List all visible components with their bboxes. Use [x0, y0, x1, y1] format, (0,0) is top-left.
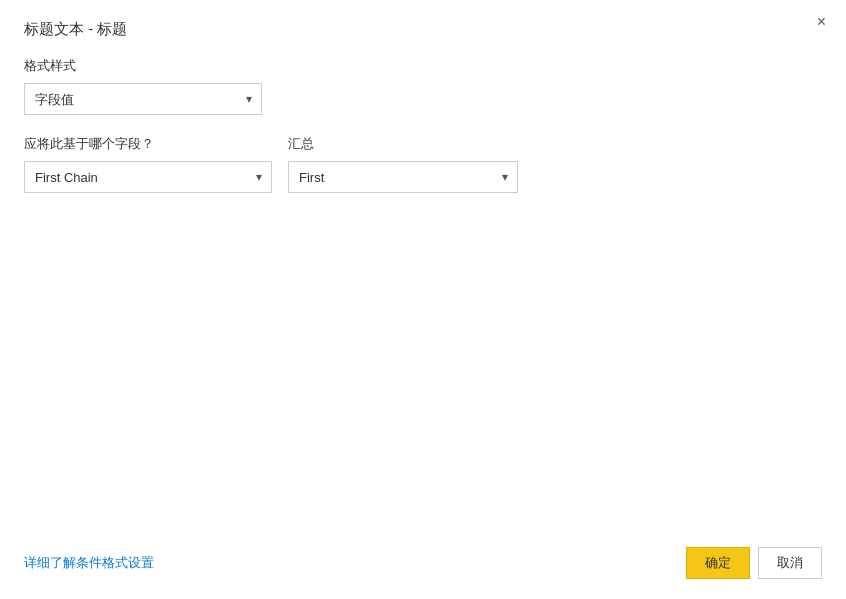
summary-group: 汇总 First Last Sum Average Count — [288, 135, 518, 193]
format-style-select-wrapper: 字段值 文本 数字 百分比 — [24, 83, 262, 115]
close-button[interactable]: × — [811, 10, 832, 34]
summary-label: 汇总 — [288, 135, 518, 153]
format-style-label: 格式样式 — [24, 57, 822, 75]
field-based-on-label: 应将此基于哪个字段？ — [24, 135, 272, 153]
footer-buttons: 确定 取消 — [686, 547, 822, 579]
cancel-button[interactable]: 取消 — [758, 547, 822, 579]
field-based-on-group: 应将此基于哪个字段？ First Chain Second Chain Thir… — [24, 135, 272, 193]
dialog-title: 标题文本 - 标题 — [24, 20, 822, 39]
dialog-container: × 标题文本 - 标题 格式样式 字段值 文本 数字 百分比 应将此基于哪个字段… — [0, 0, 846, 599]
format-style-select[interactable]: 字段值 文本 数字 百分比 — [24, 83, 262, 115]
confirm-button[interactable]: 确定 — [686, 547, 750, 579]
dialog-footer: 详细了解条件格式设置 确定 取消 — [24, 547, 822, 579]
field-based-on-select[interactable]: First Chain Second Chain Third Chain — [24, 161, 272, 193]
field-row: 应将此基于哪个字段？ First Chain Second Chain Thir… — [24, 135, 822, 193]
format-style-section: 格式样式 字段值 文本 数字 百分比 — [24, 57, 822, 115]
field-based-on-select-wrapper: First Chain Second Chain Third Chain — [24, 161, 272, 193]
learn-more-link[interactable]: 详细了解条件格式设置 — [24, 554, 154, 572]
summary-select-wrapper: First Last Sum Average Count — [288, 161, 518, 193]
summary-select[interactable]: First Last Sum Average Count — [288, 161, 518, 193]
